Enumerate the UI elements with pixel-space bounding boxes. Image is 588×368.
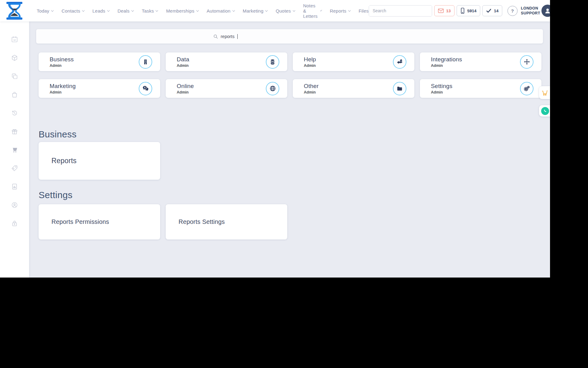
nav-item-today[interactable]: Today xyxy=(37,8,53,13)
nav-item-memberships[interactable]: Memberships xyxy=(166,8,198,13)
nav-item-automation[interactable]: Automation xyxy=(207,8,235,13)
helping-hands-icon xyxy=(393,55,406,69)
lock-icon[interactable] xyxy=(11,220,18,227)
topbar-right: 13 5914 14 ? LONDON SUPPORT xyxy=(369,5,550,17)
question-mark-icon: ? xyxy=(511,8,514,13)
user-icon xyxy=(544,7,550,14)
search-input[interactable] xyxy=(369,6,432,16)
nav-label: Memberships xyxy=(166,8,194,13)
nav-item-contacts[interactable]: Contacts xyxy=(62,8,84,13)
category-title: Other xyxy=(304,83,319,90)
category-card-marketing[interactable]: Marketing Admin $ xyxy=(39,79,160,98)
search-button[interactable] xyxy=(432,6,432,16)
category-grid: Business Admin Data Admin Help Admin xyxy=(39,52,550,98)
shopping-bag-icon[interactable] xyxy=(11,91,18,98)
category-title: Online xyxy=(177,83,194,90)
nav-item-leads[interactable]: Leads xyxy=(92,8,109,13)
result-label: Reports xyxy=(51,157,77,165)
mail-count: 13 xyxy=(446,9,451,13)
cart-icon xyxy=(541,89,548,96)
logo-hourglass-icon[interactable] xyxy=(6,2,23,20)
category-card-integrations[interactable]: Integrations Admin xyxy=(420,52,541,71)
nav-item-deals[interactable]: Deals xyxy=(118,8,134,13)
result-label: Reports Permissions xyxy=(51,218,109,225)
result-card-reports-settings[interactable]: Reports Settings xyxy=(166,204,287,240)
category-subtitle: Admin xyxy=(50,90,76,94)
cart-edge-button[interactable] xyxy=(539,86,550,99)
calendar-icon[interactable]: 12 xyxy=(11,36,18,43)
nav-label: Deals xyxy=(118,8,130,13)
chevron-down-icon xyxy=(265,9,268,11)
nav-label: Today xyxy=(37,8,49,13)
topbar: Today Contacts Leads Deals Tasks Members… xyxy=(0,0,550,21)
nav-label: Files xyxy=(359,8,369,13)
category-card-online[interactable]: Online Admin xyxy=(166,79,287,98)
category-title: Marketing xyxy=(50,83,76,90)
chevron-down-icon xyxy=(320,9,322,11)
nav-label: Automation xyxy=(207,8,231,13)
tasks-count: 14 xyxy=(494,9,499,13)
nav-item-quotes[interactable]: Quotes xyxy=(276,8,295,13)
nav-label: Tasks xyxy=(142,8,154,13)
phone-badge[interactable]: 5914 xyxy=(457,5,480,16)
category-card-other[interactable]: Other Admin xyxy=(293,79,414,98)
nav-item-reports[interactable]: Reports xyxy=(330,8,350,13)
sidebar: 12 $ xyxy=(0,21,29,278)
report-document-icon[interactable] xyxy=(11,183,18,190)
account-line2: SUPPORT xyxy=(521,11,540,16)
topbar-search xyxy=(369,5,432,17)
cube-icon[interactable] xyxy=(11,54,18,61)
mobile-phone-icon xyxy=(460,8,465,14)
chevron-down-icon xyxy=(51,9,54,11)
page-search-bar[interactable]: reports xyxy=(36,29,543,44)
category-title: Settings xyxy=(431,83,452,90)
app-window: Today Contacts Leads Deals Tasks Members… xyxy=(0,0,550,278)
tasks-badge[interactable]: 14 xyxy=(482,5,502,16)
main-nav: Today Contacts Leads Deals Tasks Members… xyxy=(37,3,369,19)
result-card-reports[interactable]: Reports xyxy=(39,142,160,180)
chevron-down-icon xyxy=(232,9,235,11)
nav-item-files[interactable]: Files xyxy=(359,8,369,13)
chevron-down-icon xyxy=(131,9,134,11)
nav-item-tasks[interactable]: Tasks xyxy=(142,8,158,13)
nav-label: Notes & Letters xyxy=(303,3,318,19)
nav-label: Marketing xyxy=(243,8,264,13)
business-items-row: Reports xyxy=(39,140,550,180)
nav-label: Leads xyxy=(92,8,105,13)
result-label: Reports Settings xyxy=(179,218,225,225)
category-subtitle: Admin xyxy=(431,90,452,94)
account-line1: LONDON xyxy=(521,6,540,11)
price-tag-icon[interactable]: $ xyxy=(11,165,18,172)
whatsapp-icon xyxy=(541,107,549,115)
text-cursor xyxy=(237,34,238,39)
nav-item-notes-letters[interactable]: Notes & Letters xyxy=(303,3,322,19)
category-subtitle: Admin xyxy=(177,90,194,94)
section-heading-settings: Settings xyxy=(39,190,550,200)
avatar[interactable] xyxy=(541,5,550,17)
cart-icon[interactable] xyxy=(11,146,18,153)
globe-icon xyxy=(266,82,279,95)
gift-icon[interactable] xyxy=(11,128,18,135)
page-search-value[interactable]: reports xyxy=(221,34,235,39)
category-subtitle: Admin xyxy=(304,90,319,94)
result-card-reports-permissions[interactable]: Reports Permissions xyxy=(39,204,160,240)
category-card-business[interactable]: Business Admin xyxy=(39,52,160,71)
copy-icon[interactable] xyxy=(11,73,18,80)
nav-item-marketing[interactable]: Marketing xyxy=(243,8,268,13)
chat-dollar-icon: $ xyxy=(139,82,152,95)
category-card-data[interactable]: Data Admin xyxy=(166,52,287,71)
mail-badge[interactable]: 13 xyxy=(434,5,454,16)
history-icon[interactable] xyxy=(11,109,18,117)
category-card-help[interactable]: Help Admin xyxy=(293,52,414,71)
check-icon xyxy=(486,8,492,13)
nav-label: Quotes xyxy=(276,8,291,13)
whatsapp-edge-button[interactable] xyxy=(539,105,550,117)
category-title: Business xyxy=(50,56,74,63)
category-card-settings[interactable]: Settings Admin xyxy=(420,79,541,98)
phone-count: 5914 xyxy=(467,9,477,13)
mail-icon xyxy=(438,8,444,13)
help-button[interactable]: ? xyxy=(507,6,518,16)
account-name: LONDON SUPPORT xyxy=(521,6,540,16)
person-badge-icon[interactable] xyxy=(11,201,18,209)
category-subtitle: Admin xyxy=(50,63,74,68)
